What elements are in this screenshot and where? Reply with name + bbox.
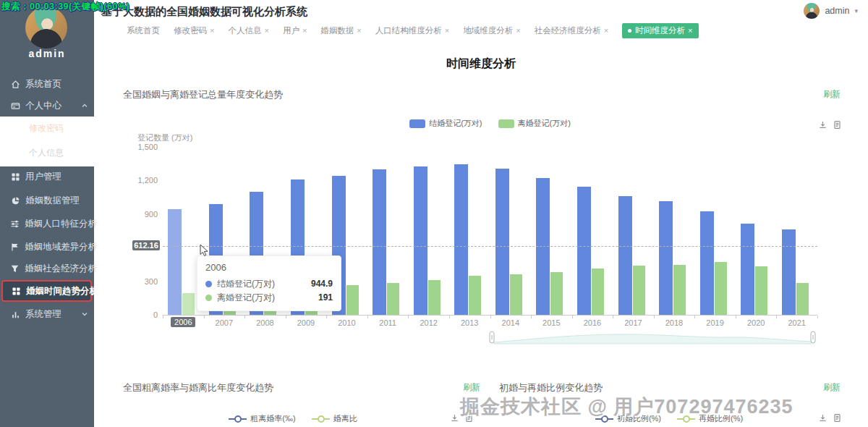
download-image-icon[interactable] (450, 413, 459, 423)
grid-icon (10, 172, 20, 182)
sidebar-username: admin (0, 48, 94, 59)
chart1-legend: 结婚登记(万对)离婚登记(万对) (163, 118, 817, 129)
bar-divorce-2020[interactable] (755, 266, 767, 315)
bar-marriage-2014[interactable] (495, 169, 509, 315)
sidebar-subitem-修改密码[interactable]: 修改密码 (0, 121, 94, 135)
app-title: 基于大数据的全国婚姻数据可视化分析系统 (101, 5, 307, 19)
flag-icon (10, 242, 20, 252)
bar-divorce-2011[interactable] (387, 283, 399, 315)
bar-divorce-2021[interactable] (796, 283, 809, 315)
bar-marriage-2020[interactable] (741, 224, 754, 315)
x-axis-tick (163, 316, 163, 318)
sidebar-item-婚姻时间趋势分析[interactable]: 婚姻时间趋势分析 (1, 280, 92, 302)
sidebar-item-系统管理[interactable]: 系统管理 (0, 303, 94, 325)
bar-divorce-2019[interactable] (715, 262, 727, 315)
sidebar-item-婚姻人口特征分析[interactable]: 婚姻人口特征分析 (0, 213, 94, 234)
tab-婚姻数据[interactable]: 婚姻数据× (320, 25, 361, 36)
legend-label: 婚离比 (333, 413, 357, 424)
download-image-icon[interactable] (818, 413, 827, 423)
x-axis-label-2010: 2010 (327, 318, 367, 327)
sidebar-item-label: 婚姻人口特征分析 (25, 218, 97, 230)
sidebar-item-个人中心[interactable]: 个人中心 (0, 95, 94, 117)
tab-close-icon[interactable]: × (516, 26, 520, 35)
sidebar-item-婚姻社会经济分析[interactable]: 婚姻社会经济分析 (0, 258, 94, 279)
bar-marriage-2013[interactable] (454, 164, 468, 315)
bar-divorce-2015[interactable] (550, 272, 563, 315)
legend-item-离婚登记(万对)[interactable]: 离婚登记(万对) (498, 118, 571, 129)
bar-marriage-2006[interactable] (168, 209, 182, 315)
x-axis-tick (244, 316, 245, 318)
tab-人口结构维度分析[interactable]: 人口结构维度分析× (375, 25, 449, 36)
y-axis-label: 0 (114, 310, 158, 319)
y-axis-label: 1,500 (114, 143, 158, 151)
sidebar-item-label: 婚姻数据管理 (25, 195, 80, 207)
tab-label: 时间维度分析 (635, 25, 685, 36)
tab-时间维度分析[interactable]: 时间维度分析× (622, 23, 698, 38)
tab-close-icon[interactable]: × (688, 26, 692, 35)
tab-修改密码[interactable]: 修改密码× (174, 25, 214, 36)
data-view-icon[interactable] (833, 120, 842, 130)
header-username: admin (825, 6, 849, 16)
x-axis-label-2018: 2018 (654, 318, 694, 327)
bar-marriage-2021[interactable] (782, 229, 796, 315)
bar-marriage-2017[interactable] (618, 196, 632, 315)
sidebar-item-用户管理[interactable]: 用户管理 (0, 166, 94, 187)
home-icon (10, 79, 20, 89)
x-axis-label-2014: 2014 (490, 318, 531, 327)
tooltip-row: 结婚登记(万对)944.9 (205, 277, 333, 291)
datazoom-slider[interactable] (489, 329, 816, 345)
tab-close-icon[interactable]: × (210, 26, 214, 35)
tab-label: 个人信息 (228, 25, 261, 36)
tab-close-icon[interactable]: × (445, 26, 449, 35)
chart1-title: 全国婚姻与离婚登记总量年度变化趋势 (123, 88, 283, 101)
sidebar-item-系统首页[interactable]: 系统首页 (0, 73, 94, 95)
tab-close-icon[interactable]: × (357, 26, 361, 35)
bar-divorce-2010[interactable] (346, 285, 359, 315)
chart2-refresh-button[interactable]: 刷新 (463, 381, 480, 394)
tab-地域维度分析[interactable]: 地域维度分析× (463, 25, 520, 36)
data-view-icon[interactable] (833, 413, 842, 423)
bar-divorce-2018[interactable] (673, 265, 686, 315)
bar-marriage-2011[interactable] (373, 169, 386, 315)
legend-item-粗离婚率(‰)[interactable]: 粗离婚率(‰) (229, 413, 295, 424)
legend-item-结婚登记(万对)[interactable]: 结婚登记(万对) (409, 118, 482, 129)
tab-用户[interactable]: 用户× (283, 25, 307, 36)
sidebar-item-label: 个人中心 (25, 100, 61, 112)
tab-close-icon[interactable]: × (302, 26, 307, 35)
mouse-cursor (200, 244, 209, 257)
bar-marriage-2016[interactable] (577, 187, 591, 315)
sidebar-item-婚姻数据管理[interactable]: 婚姻数据管理 (0, 190, 94, 211)
chart3-refresh-button[interactable]: 刷新 (823, 381, 841, 394)
download-image-icon[interactable] (818, 120, 827, 130)
chart-tooltip: 2006 结婚登记(万对)944.9离婚登记(万对)191 (197, 255, 341, 311)
bar-marriage-2018[interactable] (659, 201, 673, 315)
bar-divorce-2014[interactable] (510, 274, 522, 315)
tab-系统首页[interactable]: 系统首页 (127, 25, 160, 36)
sidebar-subitem-个人信息[interactable]: 个人信息 (0, 145, 94, 160)
chart1-refresh-button[interactable]: 刷新 (823, 88, 841, 101)
bar-divorce-2016[interactable] (592, 269, 604, 315)
chart2-title: 全国粗离婚率与婚离比年度变化趋势 (123, 381, 273, 394)
tooltip-series-value: 191 (318, 291, 333, 305)
x-axis-line (163, 315, 817, 316)
tab-社会经济维度分析[interactable]: 社会经济维度分析× (535, 25, 608, 36)
bar-marriage-2019[interactable] (700, 211, 714, 315)
x-axis-label-2016: 2016 (572, 318, 613, 327)
bar-marriage-2012[interactable] (414, 166, 427, 315)
tab-close-icon[interactable]: × (604, 26, 608, 35)
legend-label: 结婚登记(万对) (429, 118, 482, 129)
tab-close-icon[interactable]: × (264, 26, 268, 35)
x-axis-tick (613, 316, 613, 318)
bar-divorce-2013[interactable] (469, 276, 481, 315)
header-user-menu[interactable]: admin ▾ (804, 3, 858, 19)
bar-divorce-2017[interactable] (633, 266, 645, 315)
y-axis-label: 300 (114, 277, 158, 286)
tab-个人信息[interactable]: 个人信息× (228, 25, 268, 36)
legend-item-婚离比[interactable]: 婚离比 (312, 413, 357, 424)
bar-divorce-2006[interactable] (182, 293, 195, 315)
bar-divorce-2012[interactable] (428, 280, 441, 315)
x-axis-tick (490, 316, 491, 318)
active-tab-dot (628, 29, 631, 33)
axis-pointer-line (163, 246, 817, 247)
sidebar-item-婚姻地域差异分析[interactable]: 婚姻地域差异分析 (0, 236, 94, 258)
